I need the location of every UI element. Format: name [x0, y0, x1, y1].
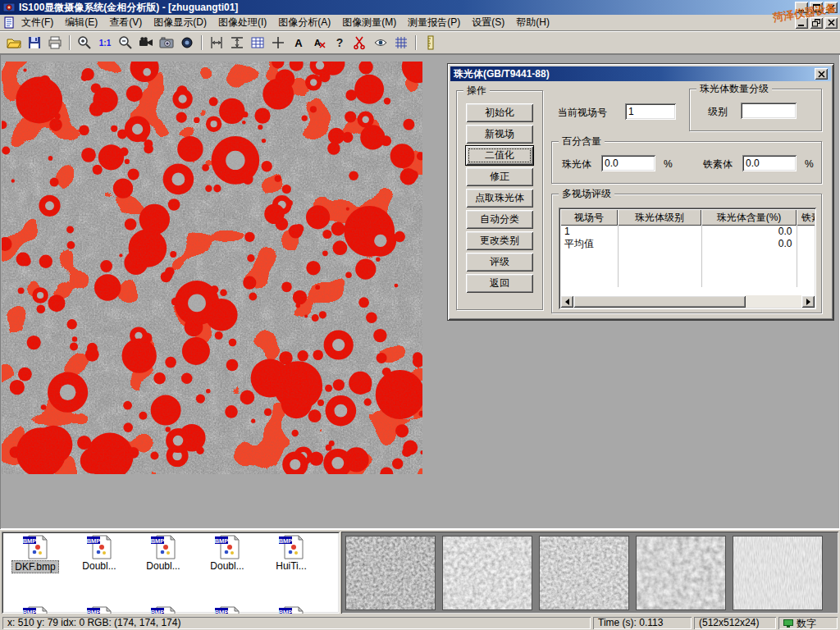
current-field-input[interactable]	[625, 103, 676, 120]
operation-button-2[interactable]: 新视场	[466, 125, 533, 144]
operation-button-3[interactable]: 二值化	[466, 146, 533, 165]
thumbnail-1[interactable]	[345, 536, 436, 610]
pearlite-percent-input[interactable]	[601, 155, 655, 171]
menu-item-2[interactable]: 编辑(E)	[59, 15, 103, 30]
capture-icon[interactable]	[177, 33, 197, 52]
help-icon[interactable]: ?	[330, 33, 349, 52]
grid-icon[interactable]	[391, 33, 411, 52]
close-button[interactable]	[824, 2, 838, 13]
file-item-4[interactable]: BMPDoubl...	[195, 535, 259, 573]
table-row-empty[interactable]	[560, 250, 815, 262]
table-row-2[interactable]: 平均值0.0	[560, 238, 815, 250]
menu-item-6[interactable]: 图像分析(A)	[272, 15, 336, 30]
toolbar-separator	[201, 35, 203, 50]
svg-text:BMP: BMP	[22, 537, 36, 545]
table-row-empty[interactable]	[560, 262, 815, 275]
file-item-8[interactable]: BMP	[131, 606, 195, 614]
svg-text:BMP: BMP	[86, 537, 100, 545]
child-minimize-button[interactable]	[795, 17, 808, 29]
child-close-button[interactable]	[824, 17, 838, 29]
preview-eye-icon[interactable]	[371, 33, 390, 52]
ferrite-percent-input[interactable]	[742, 155, 797, 171]
table-header-1[interactable]: 视场号	[560, 209, 618, 226]
child-restore-button[interactable]	[810, 17, 823, 29]
table-header-row: 视场号珠光体级别珠光体含量(%)铁素体含量(%)	[560, 209, 815, 226]
scroll-track[interactable]	[573, 295, 801, 308]
file-item-2[interactable]: BMPDoubl...	[67, 535, 131, 573]
operation-button-5[interactable]: 点取珠光体	[466, 189, 533, 208]
status-mode: 数字	[797, 618, 816, 629]
crosshair-icon[interactable]	[268, 33, 288, 52]
menu-item-4[interactable]: 图像显示(D)	[148, 15, 212, 30]
thumbnail-5[interactable]	[733, 536, 823, 610]
menu-item-8[interactable]: 测量报告(P)	[402, 15, 466, 30]
table-header-2[interactable]: 珠光体级别	[618, 209, 701, 226]
measure-horizontal-icon[interactable]	[227, 33, 247, 52]
save-icon[interactable]	[25, 33, 44, 52]
bmp-file-icon: BMP	[22, 535, 49, 559]
pearlite-percent-unit: %	[664, 157, 673, 171]
document-icon[interactable]	[2, 16, 16, 30]
scroll-left-button[interactable]	[560, 295, 573, 308]
table-header-4[interactable]: 铁素体含量(%)	[797, 209, 815, 226]
zoom-out-icon[interactable]	[116, 33, 135, 52]
table-hscrollbar[interactable]	[560, 295, 815, 308]
status-position: x: 510 y: 79 idx: 0 RGB: (174, 174, 174)	[2, 617, 591, 629]
menu-item-7[interactable]: 图像测量(M)	[336, 15, 402, 30]
menu-item-10[interactable]: 帮助(H)	[510, 15, 555, 30]
bmp-file-icon: BMP	[214, 535, 241, 559]
table-cell	[560, 262, 618, 275]
operation-button-1[interactable]: 初始化	[466, 103, 533, 122]
file-item-9[interactable]: BMP	[195, 606, 259, 614]
file-item-5[interactable]: BMPHuiTi...	[259, 535, 323, 573]
table-row-1[interactable]: 10.0	[560, 226, 815, 238]
measure-vertical-icon[interactable]	[207, 33, 226, 52]
toolbar-separator	[415, 35, 417, 50]
menu-item-9[interactable]: 设置(S)	[466, 15, 510, 30]
minimize-button[interactable]	[795, 2, 808, 13]
cut-icon[interactable]	[350, 33, 370, 52]
app-icon	[2, 1, 16, 14]
operation-group: 操作 初始化新视场二值化修正点取珠光体自动分类更改类别评级返回	[456, 90, 543, 310]
camera-icon[interactable]	[157, 33, 176, 52]
menu-item-5[interactable]: 图像处理(I)	[212, 15, 272, 30]
dialog-titlebar[interactable]: 珠光体(GB/T9441-88)	[450, 66, 831, 81]
actual-size-icon[interactable]: 1:1	[95, 33, 115, 52]
operation-button-4[interactable]: 修正	[466, 167, 533, 186]
file-item-3[interactable]: BMPDoubl...	[131, 535, 195, 573]
file-item-7[interactable]: BMP	[67, 606, 131, 614]
print-icon[interactable]	[45, 33, 65, 52]
thumbnail-4[interactable]	[636, 536, 726, 610]
close-icon	[828, 4, 835, 11]
thumbnail-3[interactable]	[539, 536, 629, 610]
maximize-button[interactable]	[810, 2, 823, 13]
report-table-icon[interactable]	[248, 33, 267, 52]
table-row-empty[interactable]	[560, 275, 815, 287]
video-camera-icon[interactable]	[136, 33, 156, 52]
dialog-close-button[interactable]	[815, 68, 828, 80]
table-header-3[interactable]: 珠光体含量(%)	[701, 209, 797, 226]
metallographic-image[interactable]	[2, 62, 422, 474]
menu-bar: 文件(F)编辑(E)查看(V)图像显示(D)图像处理(I)图像分析(A)图像测量…	[0, 15, 840, 31]
scroll-thumb[interactable]	[573, 295, 746, 308]
window-titlebar[interactable]: IS100显微摄像系统(金相分析版) - [zhuguangti01]	[0, 0, 840, 15]
text-delete-icon[interactable]: A	[309, 33, 329, 52]
operation-button-8[interactable]: 评级	[466, 253, 533, 272]
rating-table-clip: 视场号珠光体级别珠光体含量(%)铁素体含量(%) 10.0平均值0.0	[560, 209, 815, 295]
open-icon[interactable]	[4, 33, 24, 52]
scroll-right-button[interactable]	[801, 295, 815, 308]
operation-button-7[interactable]: 更改类别	[466, 231, 533, 250]
menu-item-1[interactable]: 文件(F)	[16, 15, 59, 30]
file-item-10[interactable]: BMP	[259, 606, 323, 614]
grade-input[interactable]	[741, 103, 797, 119]
operation-button-9[interactable]: 返回	[466, 274, 533, 293]
text-annotation-icon[interactable]: A	[289, 33, 308, 52]
file-item-6[interactable]: BMP	[3, 606, 67, 614]
menu-item-3[interactable]: 查看(V)	[103, 15, 148, 30]
thumbnail-2[interactable]	[442, 536, 532, 610]
file-item-1[interactable]: BMPDKF.bmp	[3, 535, 67, 573]
zoom-in-icon[interactable]	[75, 33, 94, 52]
calibration-ruler-icon[interactable]	[421, 33, 441, 52]
triangle-right-icon	[806, 299, 814, 305]
operation-button-6[interactable]: 自动分类	[466, 210, 533, 229]
